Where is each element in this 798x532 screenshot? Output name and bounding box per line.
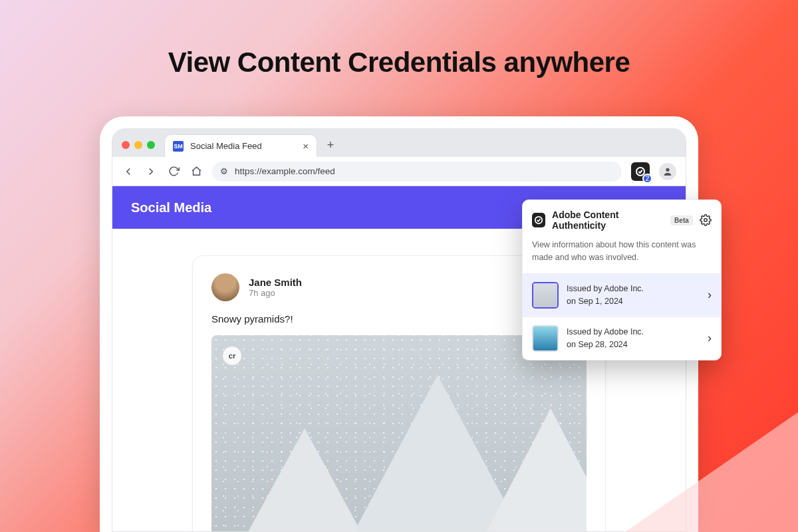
extension-button[interactable]: 2: [631, 162, 650, 181]
beta-badge: Beta: [670, 215, 693, 225]
close-window-icon[interactable]: [122, 141, 130, 149]
credential-date: on Sep 1, 2024: [567, 295, 644, 308]
profile-button[interactable]: [659, 163, 676, 180]
home-icon[interactable]: [190, 165, 203, 178]
popup-title: Adobe Content Authenticity: [552, 209, 664, 231]
tab-strip: SM Social Media Feed × +: [112, 129, 686, 157]
chevron-right-icon: ›: [708, 288, 712, 302]
extension-popup: Adobe Content Authenticity Beta View inf…: [522, 200, 722, 360]
browser-tab[interactable]: SM Social Media Feed ×: [164, 134, 317, 157]
url-text: https://example.com/feed: [235, 166, 335, 176]
popup-header: Adobe Content Authenticity Beta: [523, 200, 721, 239]
credential-thumbnail: [532, 282, 559, 309]
credential-thumbnail: [532, 325, 559, 352]
svg-point-3: [704, 219, 708, 222]
window-controls: [122, 141, 155, 149]
back-icon[interactable]: [122, 165, 135, 178]
new-tab-button[interactable]: +: [323, 137, 338, 153]
pyramid-shape: [464, 408, 587, 531]
forward-icon[interactable]: [144, 165, 158, 178]
author-name[interactable]: Jane Smith: [249, 277, 302, 288]
content-credentials-badge-icon[interactable]: cr: [222, 346, 242, 366]
tab-favicon: SM: [173, 141, 184, 152]
minimize-window-icon[interactable]: [134, 141, 142, 149]
author-avatar[interactable]: [211, 273, 239, 301]
credential-item[interactable]: Issued by Adobe Inc. on Sep 28, 2024 ›: [523, 317, 721, 360]
reload-icon[interactable]: [167, 165, 180, 178]
tab-title: Social Media Feed: [190, 141, 262, 151]
hero-title: View Content Credentials anywhere: [0, 47, 798, 78]
credential-date: on Sep 28, 2024: [567, 338, 644, 351]
credential-text: Issued by Adobe Inc. on Sep 28, 2024: [567, 326, 644, 351]
close-tab-icon[interactable]: ×: [303, 140, 309, 152]
svg-point-1: [666, 168, 669, 171]
post-image[interactable]: cr: [211, 335, 587, 531]
popup-logo-icon: [532, 213, 545, 227]
address-bar[interactable]: ⚙ https://example.com/feed: [212, 162, 622, 182]
credential-text: Issued by Adobe Inc. on Sep 1, 2024: [567, 283, 644, 308]
extension-badge: 2: [642, 174, 652, 184]
credential-item[interactable]: Issued by Adobe Inc. on Sep 1, 2024 ›: [523, 273, 721, 317]
credential-issuer: Issued by Adobe Inc.: [567, 283, 644, 295]
site-brand: Social Media: [131, 200, 211, 215]
maximize-window-icon[interactable]: [147, 141, 155, 149]
popup-description: View information about how this content …: [523, 239, 721, 273]
site-settings-icon[interactable]: ⚙: [220, 165, 228, 178]
popup-settings-icon[interactable]: [700, 213, 712, 227]
chevron-right-icon: ›: [708, 331, 712, 345]
browser-toolbar: ⚙ https://example.com/feed 2: [112, 157, 686, 186]
post-time: 7h ago: [249, 288, 302, 298]
credential-issuer: Issued by Adobe Inc.: [567, 326, 644, 338]
